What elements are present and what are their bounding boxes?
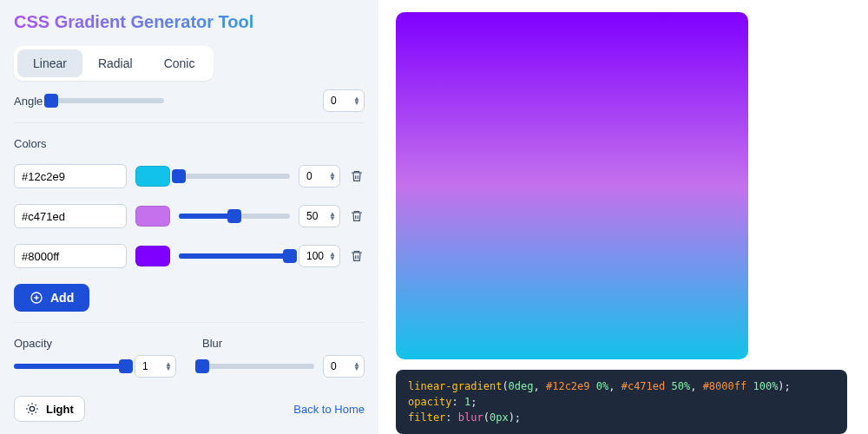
hex-input[interactable]: #c471ed <box>14 204 127 228</box>
svg-point-1 <box>30 406 34 411</box>
position-slider[interactable] <box>179 249 290 263</box>
divider <box>14 122 365 123</box>
position-slider[interactable] <box>179 169 290 183</box>
tab-linear[interactable]: Linear <box>17 49 82 77</box>
color-stop-row: #8000ff 100▲▼ <box>14 244 365 268</box>
position-input[interactable]: 0▲▼ <box>299 165 340 187</box>
plus-circle-icon <box>30 291 43 305</box>
blur-slider[interactable] <box>202 359 314 373</box>
hex-input[interactable]: #8000ff <box>14 244 127 268</box>
color-swatch[interactable] <box>135 166 170 187</box>
hex-input[interactable]: #12c2e9 <box>14 164 127 188</box>
opacity-input[interactable]: 1▲▼ <box>135 355 176 378</box>
theme-toggle-button[interactable]: Light <box>14 396 85 422</box>
code-output: linear-gradient(0deg, #12c2e9 0%, #c471e… <box>396 370 847 434</box>
position-input[interactable]: 100▲▼ <box>299 245 340 267</box>
delete-icon[interactable] <box>349 208 365 224</box>
gradient-preview <box>396 12 748 359</box>
opacity-label: Opacity <box>14 337 176 350</box>
tab-radial[interactable]: Radial <box>82 49 148 77</box>
position-input[interactable]: 50▲▼ <box>299 205 340 227</box>
angle-label: Angle <box>14 95 43 108</box>
page-title: CSS Gradient Generator Tool <box>14 12 365 32</box>
tab-conic[interactable]: Conic <box>148 49 211 77</box>
color-swatch[interactable] <box>135 206 170 227</box>
color-stop-row: #12c2e9 0▲▼ <box>14 164 365 188</box>
gradient-type-tabs: Linear Radial Conic <box>14 46 214 81</box>
blur-input[interactable]: 0▲▼ <box>323 355 365 378</box>
angle-input[interactable]: 0▲▼ <box>323 89 365 112</box>
add-color-button[interactable]: Add <box>14 284 89 312</box>
delete-icon[interactable] <box>349 248 365 264</box>
position-slider[interactable] <box>179 209 290 223</box>
delete-icon[interactable] <box>349 168 365 184</box>
blur-label: Blur <box>202 337 365 350</box>
angle-slider[interactable] <box>51 94 164 108</box>
opacity-slider[interactable] <box>14 359 126 373</box>
colors-label: Colors <box>14 137 365 150</box>
divider <box>14 322 365 323</box>
color-stop-row: #c471ed 50▲▼ <box>14 204 365 228</box>
color-swatch[interactable] <box>135 246 170 266</box>
sun-icon <box>25 402 39 416</box>
back-to-home-link[interactable]: Back to Home <box>293 403 365 416</box>
